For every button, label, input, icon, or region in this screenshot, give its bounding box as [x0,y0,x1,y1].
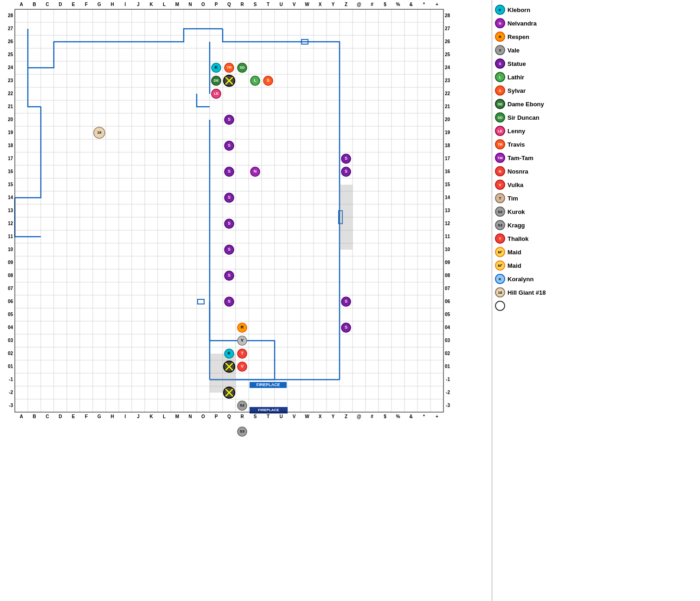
legend-name-kragg: Kragg [507,222,525,229]
legend-name-vulka: Vulka [507,181,523,188]
legend-token-thallok: T [495,233,505,244]
legend-item-kurok: S2Kurok [495,206,697,218]
legend-item-thallok: TThallok [495,233,697,245]
legend-token-maid2: M² [495,260,505,271]
legend-item-tim: TTim [495,192,697,204]
legend-name-hillgiant: Hill Giant #18 [507,289,546,296]
legend-name-lenny: Lenny [507,128,525,135]
legend-item-travis: TRTravis [495,138,697,150]
legend-item-tamtam: TMTam-Tam [495,152,697,164]
legend-name-lathir: Lathir [507,74,524,81]
legend-token-lathir: L [495,72,505,82]
legend-token-hillgiant: 18 [495,287,505,297]
legend-token-nelvandra: N [495,18,505,28]
legend-token-vale: V [495,45,505,55]
legend-item-nelvandra: NNelvandra [495,17,697,29]
legend-name-maid1: Maid [507,249,521,256]
legend-token-koralynn: K [495,274,505,284]
grid-canvas [0,0,492,601]
legend-item-kragg: S3Kragg [495,219,697,231]
legend-item-kleborn: KKleborn [495,4,697,16]
legend-token-sirduncan: SD [495,112,505,123]
legend-item-vale: VVale [495,44,697,56]
legend-item-hillgiant: 18Hill Giant #18 [495,286,697,298]
legend-item-lenny: LELenny [495,125,697,137]
legend-item-maid2: M²Maid [495,259,697,271]
legend-item-statue: SStatue [495,58,697,70]
legend-token-vulka: V [495,180,505,190]
legend-token-sylvar: S [495,85,505,96]
legend-item-nosnra: NNosnra [495,165,697,177]
legend-token-kleborn: K [495,5,505,15]
legend-item-maid1: M¹Maid [495,246,697,258]
legend-name-respen: Respen [507,33,529,40]
legend-name-kurok: Kurok [507,208,525,215]
legend-name-tim: Tim [507,195,518,202]
legend-token-respen: R [495,32,505,42]
legend-name-sirduncan: Sir Duncan [507,114,539,121]
legend-item-dameebony: DEDame Ebony [495,98,697,110]
empty-circle-icon [495,301,505,311]
legend-name-kleborn: Kleborn [507,6,530,13]
legend-name-nelvandra: Nelvandra [507,20,537,27]
legend-name-vale: Vale [507,47,520,54]
legend-item-koralynn: KKoralynn [495,273,697,285]
legend-name-sylvar: Sylvar [507,87,526,94]
legend-token-nosnra: N [495,166,505,176]
legend-empty-circle [495,300,697,312]
legend: KKlebornNNelvandraRRespenVValeSStatueLLa… [492,0,700,601]
legend-name-nosnra: Nosnra [507,168,528,175]
legend-name-tamtam: Tam-Tam [507,155,533,162]
legend-name-koralynn: Koralynn [507,276,533,283]
legend-name-maid2: Maid [507,262,521,269]
legend-name-thallok: Thallok [507,235,529,242]
legend-token-dameebony: DE [495,99,505,109]
legend-name-statue: Statue [507,60,526,67]
legend-item-sirduncan: SDSir Duncan [495,111,697,123]
legend-token-tamtam: TM [495,153,505,163]
legend-item-sylvar: SSylvar [495,84,697,97]
legend-token-kragg: S3 [495,220,505,230]
legend-token-statue: S [495,58,505,69]
legend-token-tim: T [495,193,505,203]
legend-item-lathir: LLathir [495,71,697,83]
legend-name-dameebony: Dame Ebony [507,101,544,108]
legend-token-maid1: M¹ [495,247,505,257]
legend-token-travis: TR [495,139,505,149]
legend-item-respen: RRespen [495,31,697,43]
legend-token-lenny: LE [495,126,505,136]
legend-name-travis: Travis [507,141,525,148]
grid-area [0,0,492,601]
legend-token-kurok: S2 [495,207,505,217]
legend-item-vulka: VVulka [495,179,697,191]
